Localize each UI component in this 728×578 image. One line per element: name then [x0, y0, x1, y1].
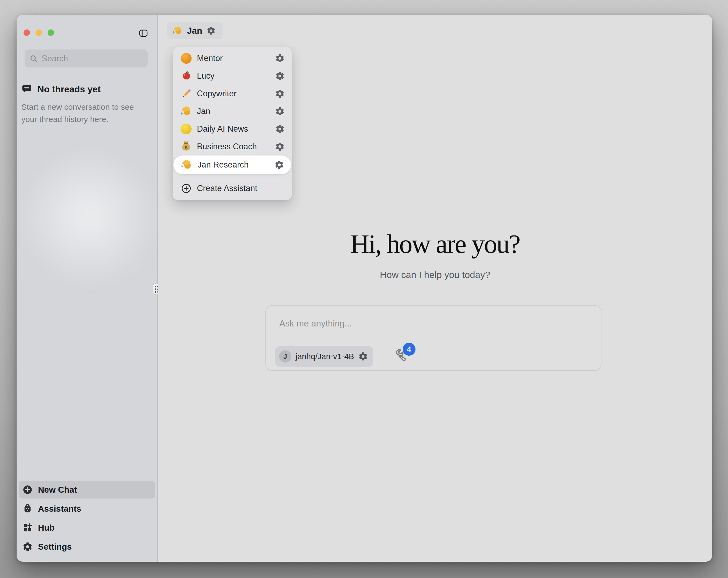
gear-icon[interactable] — [275, 53, 285, 63]
waving-hand-icon — [181, 159, 192, 171]
menu-item-jan-research[interactable]: Jan Research — [173, 155, 291, 174]
menu-item-jan[interactable]: Jan — [173, 102, 292, 120]
sidebar-decorative-blob — [22, 154, 156, 293]
close-button[interactable] — [24, 29, 30, 36]
apple-icon — [180, 70, 192, 82]
empty-state-title-row: No threads yet — [21, 84, 101, 95]
traffic-lights — [24, 29, 54, 36]
assistants-icon — [23, 504, 33, 514]
gear-icon[interactable] — [275, 124, 285, 134]
search-placeholder: Search — [42, 54, 68, 64]
plus-circle-icon — [23, 485, 33, 495]
main-panel: Jan Mentor Lucy Copywriter — [158, 15, 712, 562]
sidebar-item-new-chat[interactable]: New Chat — [19, 481, 155, 499]
gear-icon[interactable] — [275, 71, 285, 81]
gear-icon[interactable] — [275, 89, 285, 99]
gear-icon[interactable] — [358, 352, 368, 361]
menu-item-label: Lucy — [197, 71, 275, 81]
sidebar-item-hub[interactable]: Hub — [19, 519, 155, 536]
menu-item-label: Copywriter — [197, 89, 275, 99]
assistant-selector-button[interactable]: Jan — [167, 22, 223, 39]
menu-item-label: Mentor — [197, 53, 275, 63]
money-bag-icon — [180, 141, 192, 153]
empty-state-description: Start a new conversation to see your thr… — [21, 101, 145, 126]
search-icon — [29, 54, 38, 63]
toggle-sidebar-button[interactable] — [138, 28, 148, 38]
gear-icon[interactable] — [275, 160, 284, 170]
nav-label: New Chat — [38, 485, 77, 495]
sidebar-toggle-icon — [138, 28, 148, 38]
menu-item-copywriter[interactable]: Copywriter — [173, 85, 292, 102]
sidebar-item-settings[interactable]: Settings — [19, 538, 155, 555]
menu-item-label: Business Coach — [197, 142, 275, 151]
menu-item-create-assistant[interactable]: Create Assistant — [173, 180, 292, 197]
menu-item-label: Jan — [197, 106, 275, 116]
gear-icon — [23, 542, 33, 552]
model-selector[interactable]: J janhq/Jan-v1-4B — [275, 346, 373, 367]
greeting-title: Hi, how are you? — [158, 229, 712, 259]
menu-item-label: Jan Research — [198, 160, 275, 170]
menu-item-label: Daily AI News — [197, 124, 275, 134]
chat-bubble-icon — [21, 84, 32, 95]
waving-hand-icon — [173, 26, 183, 36]
tools-count-badge: 4 — [402, 343, 416, 356]
nav-label: Hub — [38, 523, 55, 533]
model-avatar: J — [279, 350, 291, 362]
assistant-selector-label: Jan — [187, 26, 202, 36]
menu-item-daily-ai-news[interactable]: Daily AI News — [173, 120, 292, 138]
menu-item-label: Create Assistant — [197, 183, 285, 193]
menu-item-business-coach[interactable]: Business Coach — [173, 138, 292, 155]
app-window: Search No threads yet Start a new conver… — [17, 15, 712, 562]
sidebar: Search No threads yet Start a new conver… — [17, 15, 157, 562]
menu-separator — [173, 177, 292, 177]
gear-icon — [207, 26, 216, 35]
composer-placeholder: Ask me anything... — [279, 319, 352, 329]
waving-hand-icon — [180, 105, 192, 117]
pencil-icon — [180, 88, 192, 100]
plus-circle-icon — [180, 182, 192, 194]
zoom-button[interactable] — [48, 29, 54, 36]
sidebar-nav: New Chat Assistants Hub Settings — [17, 479, 157, 557]
model-name: janhq/Jan-v1-4B — [296, 352, 354, 361]
main-header: Jan — [158, 15, 712, 46]
menu-item-lucy[interactable]: Lucy — [173, 67, 292, 85]
menu-item-mentor[interactable]: Mentor — [173, 50, 292, 67]
gear-icon[interactable] — [275, 106, 285, 116]
assistant-menu: Mentor Lucy Copywriter Jan Daily AI News — [173, 47, 292, 200]
hub-icon — [23, 523, 33, 533]
minimize-button[interactable] — [35, 29, 42, 36]
sidebar-item-assistants[interactable]: Assistants — [19, 500, 155, 518]
nav-label: Settings — [38, 542, 72, 552]
orange-circle-icon — [180, 52, 192, 64]
empty-state-title: No threads yet — [37, 84, 101, 95]
chat-composer[interactable]: Ask me anything... J janhq/Jan-v1-4B 4 — [265, 305, 601, 371]
yellow-circle-icon — [180, 123, 192, 135]
nav-label: Assistants — [38, 504, 81, 514]
search-input[interactable]: Search — [25, 50, 148, 68]
greeting-subtitle: How can I help you today? — [158, 270, 712, 280]
gear-icon[interactable] — [275, 142, 285, 151]
